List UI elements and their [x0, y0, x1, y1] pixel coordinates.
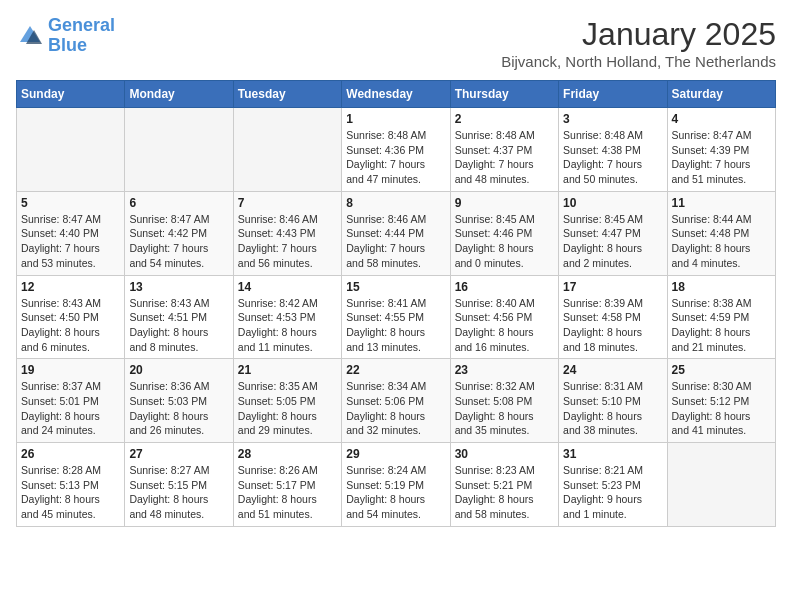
- logo-general: General: [48, 15, 115, 35]
- day-detail: Sunrise: 8:41 AM Sunset: 4:55 PM Dayligh…: [346, 296, 445, 355]
- calendar-cell: 8Sunrise: 8:46 AM Sunset: 4:44 PM Daylig…: [342, 191, 450, 275]
- day-detail: Sunrise: 8:47 AM Sunset: 4:39 PM Dayligh…: [672, 128, 771, 187]
- day-number: 2: [455, 112, 554, 126]
- calendar-cell: 1Sunrise: 8:48 AM Sunset: 4:36 PM Daylig…: [342, 108, 450, 192]
- calendar-cell: 4Sunrise: 8:47 AM Sunset: 4:39 PM Daylig…: [667, 108, 775, 192]
- day-number: 26: [21, 447, 120, 461]
- day-detail: Sunrise: 8:48 AM Sunset: 4:37 PM Dayligh…: [455, 128, 554, 187]
- day-number: 30: [455, 447, 554, 461]
- day-number: 23: [455, 363, 554, 377]
- title-block: January 2025 Bijvanck, North Holland, Th…: [501, 16, 776, 70]
- calendar-cell: 12Sunrise: 8:43 AM Sunset: 4:50 PM Dayli…: [17, 275, 125, 359]
- calendar-table: SundayMondayTuesdayWednesdayThursdayFrid…: [16, 80, 776, 527]
- day-number: 28: [238, 447, 337, 461]
- day-detail: Sunrise: 8:37 AM Sunset: 5:01 PM Dayligh…: [21, 379, 120, 438]
- day-detail: Sunrise: 8:38 AM Sunset: 4:59 PM Dayligh…: [672, 296, 771, 355]
- calendar-cell: 9Sunrise: 8:45 AM Sunset: 4:46 PM Daylig…: [450, 191, 558, 275]
- day-detail: Sunrise: 8:47 AM Sunset: 4:40 PM Dayligh…: [21, 212, 120, 271]
- calendar-cell: 23Sunrise: 8:32 AM Sunset: 5:08 PM Dayli…: [450, 359, 558, 443]
- weekday-header-thursday: Thursday: [450, 81, 558, 108]
- calendar-cell: 14Sunrise: 8:42 AM Sunset: 4:53 PM Dayli…: [233, 275, 341, 359]
- logo-blue: Blue: [48, 35, 87, 55]
- day-number: 15: [346, 280, 445, 294]
- day-detail: Sunrise: 8:32 AM Sunset: 5:08 PM Dayligh…: [455, 379, 554, 438]
- calendar-cell: 20Sunrise: 8:36 AM Sunset: 5:03 PM Dayli…: [125, 359, 233, 443]
- day-number: 16: [455, 280, 554, 294]
- weekday-header-sunday: Sunday: [17, 81, 125, 108]
- calendar-cell: 31Sunrise: 8:21 AM Sunset: 5:23 PM Dayli…: [559, 443, 667, 527]
- calendar-cell: 13Sunrise: 8:43 AM Sunset: 4:51 PM Dayli…: [125, 275, 233, 359]
- day-detail: Sunrise: 8:48 AM Sunset: 4:38 PM Dayligh…: [563, 128, 662, 187]
- calendar-cell: 6Sunrise: 8:47 AM Sunset: 4:42 PM Daylig…: [125, 191, 233, 275]
- day-number: 19: [21, 363, 120, 377]
- day-number: 29: [346, 447, 445, 461]
- day-number: 14: [238, 280, 337, 294]
- calendar-cell: 18Sunrise: 8:38 AM Sunset: 4:59 PM Dayli…: [667, 275, 775, 359]
- day-number: 8: [346, 196, 445, 210]
- calendar-cell: 24Sunrise: 8:31 AM Sunset: 5:10 PM Dayli…: [559, 359, 667, 443]
- day-number: 25: [672, 363, 771, 377]
- logo: General Blue: [16, 16, 115, 56]
- calendar-cell: [17, 108, 125, 192]
- calendar-cell: 2Sunrise: 8:48 AM Sunset: 4:37 PM Daylig…: [450, 108, 558, 192]
- day-detail: Sunrise: 8:39 AM Sunset: 4:58 PM Dayligh…: [563, 296, 662, 355]
- day-number: 5: [21, 196, 120, 210]
- day-detail: Sunrise: 8:46 AM Sunset: 4:44 PM Dayligh…: [346, 212, 445, 271]
- calendar-cell: 25Sunrise: 8:30 AM Sunset: 5:12 PM Dayli…: [667, 359, 775, 443]
- day-number: 3: [563, 112, 662, 126]
- day-number: 21: [238, 363, 337, 377]
- day-detail: Sunrise: 8:27 AM Sunset: 5:15 PM Dayligh…: [129, 463, 228, 522]
- day-detail: Sunrise: 8:45 AM Sunset: 4:46 PM Dayligh…: [455, 212, 554, 271]
- weekday-header-row: SundayMondayTuesdayWednesdayThursdayFrid…: [17, 81, 776, 108]
- day-number: 12: [21, 280, 120, 294]
- page-header: General Blue January 2025 Bijvanck, Nort…: [16, 16, 776, 70]
- day-number: 22: [346, 363, 445, 377]
- day-detail: Sunrise: 8:21 AM Sunset: 5:23 PM Dayligh…: [563, 463, 662, 522]
- day-detail: Sunrise: 8:36 AM Sunset: 5:03 PM Dayligh…: [129, 379, 228, 438]
- calendar-cell: 17Sunrise: 8:39 AM Sunset: 4:58 PM Dayli…: [559, 275, 667, 359]
- day-detail: Sunrise: 8:47 AM Sunset: 4:42 PM Dayligh…: [129, 212, 228, 271]
- calendar-cell: 26Sunrise: 8:28 AM Sunset: 5:13 PM Dayli…: [17, 443, 125, 527]
- logo-text: General Blue: [48, 16, 115, 56]
- week-row-5: 26Sunrise: 8:28 AM Sunset: 5:13 PM Dayli…: [17, 443, 776, 527]
- week-row-1: 1Sunrise: 8:48 AM Sunset: 4:36 PM Daylig…: [17, 108, 776, 192]
- calendar-cell: 19Sunrise: 8:37 AM Sunset: 5:01 PM Dayli…: [17, 359, 125, 443]
- calendar-cell: 11Sunrise: 8:44 AM Sunset: 4:48 PM Dayli…: [667, 191, 775, 275]
- day-detail: Sunrise: 8:34 AM Sunset: 5:06 PM Dayligh…: [346, 379, 445, 438]
- calendar-cell: 3Sunrise: 8:48 AM Sunset: 4:38 PM Daylig…: [559, 108, 667, 192]
- calendar-cell: 29Sunrise: 8:24 AM Sunset: 5:19 PM Dayli…: [342, 443, 450, 527]
- day-number: 27: [129, 447, 228, 461]
- day-number: 9: [455, 196, 554, 210]
- calendar-cell: 5Sunrise: 8:47 AM Sunset: 4:40 PM Daylig…: [17, 191, 125, 275]
- weekday-header-wednesday: Wednesday: [342, 81, 450, 108]
- day-detail: Sunrise: 8:46 AM Sunset: 4:43 PM Dayligh…: [238, 212, 337, 271]
- day-number: 13: [129, 280, 228, 294]
- calendar-cell: 16Sunrise: 8:40 AM Sunset: 4:56 PM Dayli…: [450, 275, 558, 359]
- day-number: 6: [129, 196, 228, 210]
- weekday-header-monday: Monday: [125, 81, 233, 108]
- weekday-header-saturday: Saturday: [667, 81, 775, 108]
- location: Bijvanck, North Holland, The Netherlands: [501, 53, 776, 70]
- day-detail: Sunrise: 8:45 AM Sunset: 4:47 PM Dayligh…: [563, 212, 662, 271]
- calendar-cell: 10Sunrise: 8:45 AM Sunset: 4:47 PM Dayli…: [559, 191, 667, 275]
- week-row-2: 5Sunrise: 8:47 AM Sunset: 4:40 PM Daylig…: [17, 191, 776, 275]
- calendar-cell: 22Sunrise: 8:34 AM Sunset: 5:06 PM Dayli…: [342, 359, 450, 443]
- day-detail: Sunrise: 8:43 AM Sunset: 4:50 PM Dayligh…: [21, 296, 120, 355]
- day-detail: Sunrise: 8:44 AM Sunset: 4:48 PM Dayligh…: [672, 212, 771, 271]
- day-number: 11: [672, 196, 771, 210]
- day-number: 17: [563, 280, 662, 294]
- calendar-cell: 27Sunrise: 8:27 AM Sunset: 5:15 PM Dayli…: [125, 443, 233, 527]
- day-detail: Sunrise: 8:28 AM Sunset: 5:13 PM Dayligh…: [21, 463, 120, 522]
- day-detail: Sunrise: 8:30 AM Sunset: 5:12 PM Dayligh…: [672, 379, 771, 438]
- day-detail: Sunrise: 8:42 AM Sunset: 4:53 PM Dayligh…: [238, 296, 337, 355]
- day-detail: Sunrise: 8:40 AM Sunset: 4:56 PM Dayligh…: [455, 296, 554, 355]
- weekday-header-tuesday: Tuesday: [233, 81, 341, 108]
- day-number: 10: [563, 196, 662, 210]
- week-row-3: 12Sunrise: 8:43 AM Sunset: 4:50 PM Dayli…: [17, 275, 776, 359]
- day-number: 20: [129, 363, 228, 377]
- day-detail: Sunrise: 8:24 AM Sunset: 5:19 PM Dayligh…: [346, 463, 445, 522]
- day-detail: Sunrise: 8:35 AM Sunset: 5:05 PM Dayligh…: [238, 379, 337, 438]
- calendar-cell: 30Sunrise: 8:23 AM Sunset: 5:21 PM Dayli…: [450, 443, 558, 527]
- calendar-cell: 15Sunrise: 8:41 AM Sunset: 4:55 PM Dayli…: [342, 275, 450, 359]
- day-number: 1: [346, 112, 445, 126]
